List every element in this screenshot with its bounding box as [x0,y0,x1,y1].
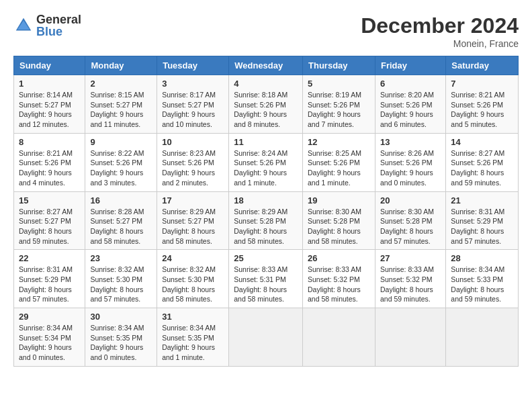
calendar-cell: 2 Sunrise: 8:15 AMSunset: 5:27 PMDayligh… [85,75,157,134]
calendar-cell: 31 Sunrise: 8:34 AMSunset: 5:35 PMDaylig… [157,308,229,367]
calendar-cell: 12 Sunrise: 8:25 AMSunset: 5:26 PMDaylig… [303,133,375,191]
day-info: Sunrise: 8:31 AMSunset: 5:29 PMDaylight:… [19,265,73,303]
calendar-cell: 14 Sunrise: 8:27 AMSunset: 5:26 PMDaylig… [446,133,519,191]
day-number: 16 [90,195,152,205]
col-friday: Friday [375,56,445,75]
day-info: Sunrise: 8:30 AMSunset: 5:28 PMDaylight:… [380,208,434,245]
calendar-cell: 10 Sunrise: 8:23 AMSunset: 5:26 PMDaylig… [157,133,229,191]
calendar-table: Sunday Monday Tuesday Wednesday Thursday… [13,56,519,367]
calendar-cell: 17 Sunrise: 8:29 AMSunset: 5:27 PMDaylig… [157,191,229,250]
day-number: 25 [234,253,298,263]
calendar-cell: 18 Sunrise: 8:29 AMSunset: 5:28 PMDaylig… [229,191,303,250]
day-number: 14 [451,137,513,147]
calendar-cell: 6 Sunrise: 8:20 AMSunset: 5:26 PMDayligh… [375,75,445,134]
calendar-cell: 30 Sunrise: 8:34 AMSunset: 5:35 PMDaylig… [85,308,157,367]
day-info: Sunrise: 8:29 AMSunset: 5:28 PMDaylight:… [234,208,287,245]
day-number: 30 [90,312,152,322]
day-info: Sunrise: 8:14 AMSunset: 5:27 PMDaylight:… [19,91,73,128]
day-number: 20 [380,195,441,205]
logo: General Blue [13,13,81,38]
day-number: 5 [308,79,370,89]
calendar-header-row: Sunday Monday Tuesday Wednesday Thursday… [14,56,519,75]
day-info: Sunrise: 8:33 AMSunset: 5:31 PMDaylight:… [234,265,287,303]
calendar-cell: 21 Sunrise: 8:31 AMSunset: 5:29 PMDaylig… [446,191,519,250]
logo-text: General Blue [36,13,81,38]
col-monday: Monday [85,56,157,75]
day-number: 9 [90,137,152,147]
day-number: 28 [451,253,513,263]
day-info: Sunrise: 8:30 AMSunset: 5:28 PMDaylight:… [308,208,361,245]
location: Monein, France [361,38,519,49]
day-number: 15 [19,195,80,205]
calendar-cell: 15 Sunrise: 8:27 AMSunset: 5:27 PMDaylig… [14,191,85,250]
col-thursday: Thursday [303,56,375,75]
calendar-week-1: 8 Sunrise: 8:21 AMSunset: 5:26 PMDayligh… [14,133,519,191]
calendar-cell: 5 Sunrise: 8:19 AMSunset: 5:26 PMDayligh… [303,75,375,134]
day-info: Sunrise: 8:24 AMSunset: 5:26 PMDaylight:… [234,149,287,187]
calendar-cell: 25 Sunrise: 8:33 AMSunset: 5:31 PMDaylig… [229,250,303,308]
day-info: Sunrise: 8:29 AMSunset: 5:27 PMDaylight:… [162,208,216,245]
calendar-cell [446,308,519,367]
calendar-cell: 16 Sunrise: 8:28 AMSunset: 5:27 PMDaylig… [85,191,157,250]
day-info: Sunrise: 8:25 AMSunset: 5:26 PMDaylight:… [308,149,361,187]
calendar-week-0: 1 Sunrise: 8:14 AMSunset: 5:27 PMDayligh… [14,75,519,134]
calendar-cell [375,308,445,367]
day-info: Sunrise: 8:27 AMSunset: 5:26 PMDaylight:… [451,149,504,187]
calendar-cell: 23 Sunrise: 8:32 AMSunset: 5:30 PMDaylig… [85,250,157,308]
logo-general: General [36,13,81,26]
day-info: Sunrise: 8:20 AMSunset: 5:26 PMDaylight:… [380,91,434,128]
calendar-cell: 28 Sunrise: 8:34 AMSunset: 5:33 PMDaylig… [446,250,519,308]
calendar-week-4: 29 Sunrise: 8:34 AMSunset: 5:34 PMDaylig… [14,308,519,367]
day-info: Sunrise: 8:18 AMSunset: 5:26 PMDaylight:… [234,91,287,128]
day-number: 21 [451,195,513,205]
day-info: Sunrise: 8:32 AMSunset: 5:30 PMDaylight:… [90,265,144,303]
calendar-cell: 29 Sunrise: 8:34 AMSunset: 5:34 PMDaylig… [14,308,85,367]
day-number: 4 [234,79,298,89]
day-number: 10 [162,137,224,147]
calendar-week-2: 15 Sunrise: 8:27 AMSunset: 5:27 PMDaylig… [14,191,519,250]
calendar-cell: 9 Sunrise: 8:22 AMSunset: 5:26 PMDayligh… [85,133,157,191]
calendar-cell: 11 Sunrise: 8:24 AMSunset: 5:26 PMDaylig… [229,133,303,191]
page-header: General Blue December 2024 Monein, Franc… [13,13,519,49]
day-number: 6 [380,79,441,89]
day-info: Sunrise: 8:34 AMSunset: 5:35 PMDaylight:… [162,324,216,361]
calendar-cell [229,308,303,367]
day-number: 12 [308,137,370,147]
calendar-cell: 26 Sunrise: 8:33 AMSunset: 5:32 PMDaylig… [303,250,375,308]
day-info: Sunrise: 8:27 AMSunset: 5:27 PMDaylight:… [19,208,73,245]
day-number: 18 [234,195,298,205]
day-number: 1 [19,79,80,89]
day-number: 29 [19,312,80,322]
calendar-cell: 4 Sunrise: 8:18 AMSunset: 5:26 PMDayligh… [229,75,303,134]
day-info: Sunrise: 8:33 AMSunset: 5:32 PMDaylight:… [308,265,361,303]
day-info: Sunrise: 8:34 AMSunset: 5:33 PMDaylight:… [451,265,504,303]
day-info: Sunrise: 8:21 AMSunset: 5:26 PMDaylight:… [19,149,73,187]
col-saturday: Saturday [446,56,519,75]
calendar-week-3: 22 Sunrise: 8:31 AMSunset: 5:29 PMDaylig… [14,250,519,308]
day-info: Sunrise: 8:31 AMSunset: 5:29 PMDaylight:… [451,208,504,245]
logo-icon [13,15,34,36]
day-info: Sunrise: 8:15 AMSunset: 5:27 PMDaylight:… [90,91,144,128]
calendar-cell: 3 Sunrise: 8:17 AMSunset: 5:27 PMDayligh… [157,75,229,134]
day-info: Sunrise: 8:21 AMSunset: 5:26 PMDaylight:… [451,91,504,128]
col-sunday: Sunday [14,56,85,75]
calendar-cell: 7 Sunrise: 8:21 AMSunset: 5:26 PMDayligh… [446,75,519,134]
day-number: 26 [308,253,370,263]
day-info: Sunrise: 8:19 AMSunset: 5:26 PMDaylight:… [308,91,361,128]
calendar-cell: 27 Sunrise: 8:33 AMSunset: 5:32 PMDaylig… [375,250,445,308]
calendar-cell: 1 Sunrise: 8:14 AMSunset: 5:27 PMDayligh… [14,75,85,134]
title-section: December 2024 Monein, France [361,13,519,49]
day-info: Sunrise: 8:23 AMSunset: 5:26 PMDaylight:… [162,149,216,187]
day-info: Sunrise: 8:34 AMSunset: 5:34 PMDaylight:… [19,324,73,361]
day-number: 13 [380,137,441,147]
calendar-cell [303,308,375,367]
day-number: 31 [162,312,224,322]
day-number: 8 [19,137,80,147]
day-info: Sunrise: 8:32 AMSunset: 5:30 PMDaylight:… [162,265,216,303]
day-number: 23 [90,253,152,263]
day-number: 11 [234,137,298,147]
day-number: 2 [90,79,152,89]
calendar-cell: 8 Sunrise: 8:21 AMSunset: 5:26 PMDayligh… [14,133,85,191]
day-number: 19 [308,195,370,205]
col-tuesday: Tuesday [157,56,229,75]
